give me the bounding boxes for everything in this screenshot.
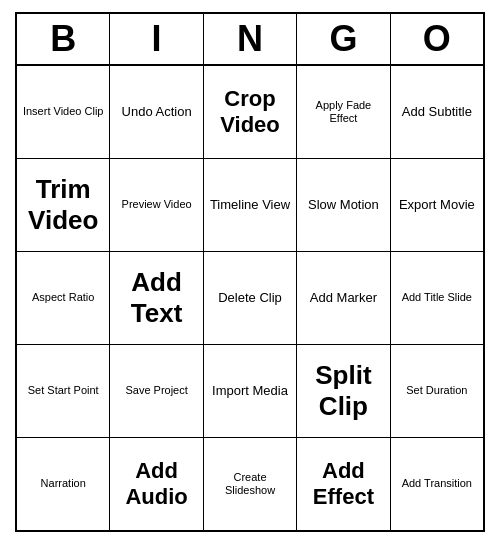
bingo-cell-3-2[interactable]: Import Media [204, 345, 297, 437]
bingo-cell-text-3-2: Import Media [212, 383, 288, 399]
bingo-cell-1-3[interactable]: Slow Motion [297, 159, 390, 251]
bingo-cell-text-3-1: Save Project [125, 384, 187, 397]
bingo-cell-text-4-1: Add Audio [114, 458, 198, 511]
bingo-cell-4-4[interactable]: Add Transition [391, 438, 483, 530]
bingo-row-2: Aspect RatioAdd TextDelete ClipAdd Marke… [17, 252, 483, 345]
bingo-cell-0-2[interactable]: Crop Video [204, 66, 297, 158]
bingo-cell-3-4[interactable]: Set Duration [391, 345, 483, 437]
bingo-cell-2-3[interactable]: Add Marker [297, 252, 390, 344]
header-letter-n: N [204, 14, 297, 64]
header-letter-i: I [110, 14, 203, 64]
bingo-cell-text-0-1: Undo Action [122, 104, 192, 120]
bingo-header: BINGO [17, 14, 483, 66]
bingo-cell-3-1[interactable]: Save Project [110, 345, 203, 437]
bingo-cell-2-4[interactable]: Add Title Slide [391, 252, 483, 344]
bingo-cell-text-0-2: Crop Video [208, 86, 292, 139]
bingo-card: BINGO Insert Video ClipUndo ActionCrop V… [15, 12, 485, 532]
bingo-cell-0-0[interactable]: Insert Video Clip [17, 66, 110, 158]
bingo-cell-3-3[interactable]: Split Clip [297, 345, 390, 437]
bingo-cell-text-1-0: Trim Video [21, 174, 105, 236]
bingo-cell-text-0-4: Add Subtitle [402, 104, 472, 120]
bingo-cell-text-2-4: Add Title Slide [402, 291, 472, 304]
bingo-cell-text-4-3: Add Effect [301, 458, 385, 511]
bingo-cell-4-2[interactable]: Create Slideshow [204, 438, 297, 530]
bingo-cell-0-1[interactable]: Undo Action [110, 66, 203, 158]
header-letter-b: B [17, 14, 110, 64]
bingo-grid: Insert Video ClipUndo ActionCrop VideoAp… [17, 66, 483, 530]
bingo-cell-text-3-0: Set Start Point [28, 384, 99, 397]
header-letter-g: G [297, 14, 390, 64]
bingo-cell-0-3[interactable]: Apply Fade Effect [297, 66, 390, 158]
bingo-row-4: NarrationAdd AudioCreate SlideshowAdd Ef… [17, 438, 483, 530]
bingo-cell-text-0-0: Insert Video Clip [23, 105, 104, 118]
bingo-cell-text-1-1: Preview Video [122, 198, 192, 211]
bingo-cell-0-4[interactable]: Add Subtitle [391, 66, 483, 158]
bingo-cell-text-2-0: Aspect Ratio [32, 291, 94, 304]
bingo-cell-text-1-4: Export Movie [399, 197, 475, 213]
bingo-cell-text-2-2: Delete Clip [218, 290, 282, 306]
bingo-cell-text-4-2: Create Slideshow [208, 471, 292, 497]
bingo-cell-2-1[interactable]: Add Text [110, 252, 203, 344]
bingo-cell-4-0[interactable]: Narration [17, 438, 110, 530]
bingo-cell-4-3[interactable]: Add Effect [297, 438, 390, 530]
bingo-cell-text-1-3: Slow Motion [308, 197, 379, 213]
bingo-row-3: Set Start PointSave ProjectImport MediaS… [17, 345, 483, 438]
bingo-cell-text-0-3: Apply Fade Effect [301, 99, 385, 125]
bingo-cell-1-2[interactable]: Timeline View [204, 159, 297, 251]
bingo-cell-3-0[interactable]: Set Start Point [17, 345, 110, 437]
bingo-cell-text-1-2: Timeline View [210, 197, 290, 213]
bingo-cell-2-0[interactable]: Aspect Ratio [17, 252, 110, 344]
bingo-cell-text-2-1: Add Text [114, 267, 198, 329]
bingo-row-1: Trim VideoPreview VideoTimeline ViewSlow… [17, 159, 483, 252]
bingo-cell-1-0[interactable]: Trim Video [17, 159, 110, 251]
bingo-cell-2-2[interactable]: Delete Clip [204, 252, 297, 344]
bingo-cell-text-4-4: Add Transition [402, 477, 472, 490]
header-letter-o: O [391, 14, 483, 64]
bingo-cell-text-3-3: Split Clip [301, 360, 385, 422]
bingo-row-0: Insert Video ClipUndo ActionCrop VideoAp… [17, 66, 483, 159]
bingo-cell-1-4[interactable]: Export Movie [391, 159, 483, 251]
bingo-cell-4-1[interactable]: Add Audio [110, 438, 203, 530]
bingo-cell-text-3-4: Set Duration [406, 384, 467, 397]
bingo-cell-text-2-3: Add Marker [310, 290, 377, 306]
bingo-cell-1-1[interactable]: Preview Video [110, 159, 203, 251]
bingo-cell-text-4-0: Narration [41, 477, 86, 490]
